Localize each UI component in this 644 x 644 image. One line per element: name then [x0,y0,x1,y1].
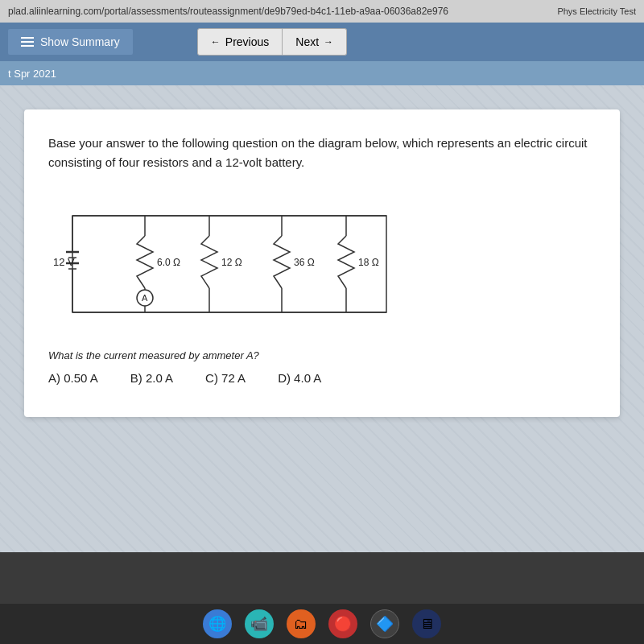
svg-text:A: A [142,293,148,303]
taskbar-icon-video[interactable]: 📹 [245,609,274,638]
previous-label: Previous [225,35,269,48]
tab-label: Phys Electricity Test [557,6,636,16]
url-text: plad.aliinlearning.com/portal/assessment… [8,6,448,17]
previous-button[interactable]: ← Previous [197,28,283,56]
sub-header-label: t Spr 2021 [8,68,56,80]
answer-choices: A) 0.50 A B) 2.0 A C) 72 A D) 4.0 A [48,371,596,385]
menu-icon [21,37,34,47]
taskbar-icon-diamond[interactable]: 🔷 [370,609,399,638]
circuit-svg: 12 V 6.0 [48,200,402,328]
choice-a[interactable]: A) 0.50 A [48,371,98,385]
nav-buttons: ← Previous Next → [197,28,347,56]
choice-b-text: B) 2.0 A [130,371,173,385]
choice-b[interactable]: B) 2.0 A [130,371,173,385]
svg-text:12 Ω: 12 Ω [221,257,242,268]
choice-a-text: A) 0.50 A [48,371,98,385]
ammeter-question: What is the current measured by ammeter … [48,349,596,361]
choice-d[interactable]: D) 4.0 A [278,371,321,385]
taskbar-icon-red[interactable]: 🔴 [328,609,357,638]
svg-text:36 Ω: 36 Ω [294,257,315,268]
svg-text:12 V: 12 V [53,256,75,268]
address-bar: plad.aliinlearning.com/portal/assessment… [0,0,644,23]
circuit-diagram: 12 V 6.0 [48,192,596,336]
show-summary-button[interactable]: Show Summary [8,29,133,55]
sub-header: t Spr 2021 [0,61,644,85]
choice-c-text: C) 72 A [205,371,246,385]
svg-text:18 Ω: 18 Ω [358,257,379,268]
next-button[interactable]: Next → [283,28,347,56]
choice-c[interactable]: C) 72 A [205,371,246,385]
taskbar-icon-files[interactable]: 🗂 [287,609,316,638]
svg-text:6.0 Ω: 6.0 Ω [157,257,180,268]
next-label: Next [295,35,319,48]
top-bar: Show Summary ← Previous Next → [0,23,644,61]
question-container: Base your answer to the following questi… [24,109,620,417]
show-summary-label: Show Summary [40,35,120,48]
taskbar-icon-browser[interactable]: 🌐 [203,609,232,638]
main-content: Base your answer to the following questi… [0,85,644,552]
question-intro-text: Base your answer to the following questi… [48,134,596,172]
taskbar-icon-monitor[interactable]: 🖥 [412,609,441,638]
taskbar: 🌐 📹 🗂 🔴 🔷 🖥 [0,604,644,644]
left-arrow-icon: ← [211,36,221,47]
right-arrow-icon: → [324,36,333,47]
choice-d-text: D) 4.0 A [278,371,321,385]
